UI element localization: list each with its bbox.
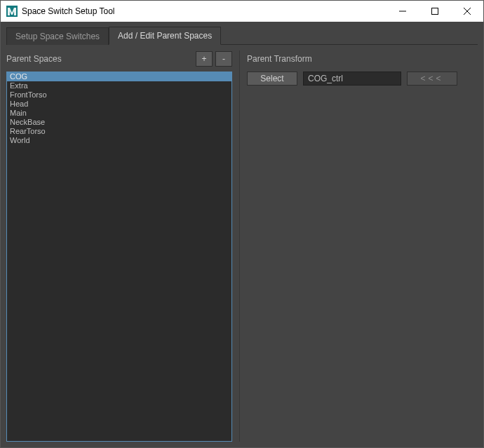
app-window: Space Switch Setup Tool Setup Space Swit… [0, 0, 484, 448]
list-item[interactable]: Head [7, 100, 231, 109]
list-item[interactable]: World [7, 136, 231, 145]
remove-parent-space-button[interactable]: - [215, 51, 232, 67]
maximize-button[interactable] [419, 1, 451, 22]
transform-name-input[interactable] [303, 72, 401, 86]
add-parent-space-button[interactable]: + [196, 51, 213, 67]
list-item[interactable]: COG [7, 72, 231, 81]
list-item[interactable]: Extra [7, 81, 231, 90]
parent-transform-row: Select <<< [247, 72, 478, 86]
content-area: Parent Spaces + - COGExtraFrontTorsoHead… [6, 50, 478, 442]
window-body: Setup Space Switches Add / Edit Parent S… [1, 22, 483, 447]
parent-spaces-label: Parent Spaces [6, 54, 193, 64]
list-item[interactable]: FrontTorso [7, 90, 231, 100]
parent-spaces-list[interactable]: COGExtraFrontTorsoHeadMainNeckBaseRearTo… [6, 72, 232, 442]
close-button[interactable] [451, 1, 483, 22]
svg-rect-2 [432, 8, 438, 15]
parent-transform-panel: Parent Transform Select <<< [239, 50, 478, 442]
tab-bar: Setup Space Switches Add / Edit Parent S… [6, 26, 478, 45]
parent-spaces-panel: Parent Spaces + - COGExtraFrontTorsoHead… [6, 50, 232, 442]
window-controls [386, 1, 483, 22]
minimize-button[interactable] [386, 1, 419, 22]
parent-transform-header: Parent Transform [247, 50, 478, 67]
maya-app-icon [6, 6, 18, 17]
tab-add-edit-parent-spaces[interactable]: Add / Edit Parent Spaces [109, 27, 221, 45]
list-item[interactable]: RearTorso [7, 127, 231, 136]
window-title: Space Switch Setup Tool [22, 6, 386, 16]
load-selection-button[interactable]: <<< [407, 72, 457, 86]
list-item[interactable]: Main [7, 109, 231, 118]
select-button[interactable]: Select [247, 72, 297, 86]
list-item[interactable]: NeckBase [7, 118, 231, 127]
tab-setup-space-switches[interactable]: Setup Space Switches [6, 27, 109, 45]
titlebar: Space Switch Setup Tool [1, 1, 483, 22]
parent-spaces-header: Parent Spaces + - [6, 50, 232, 67]
parent-transform-label: Parent Transform [247, 54, 478, 64]
